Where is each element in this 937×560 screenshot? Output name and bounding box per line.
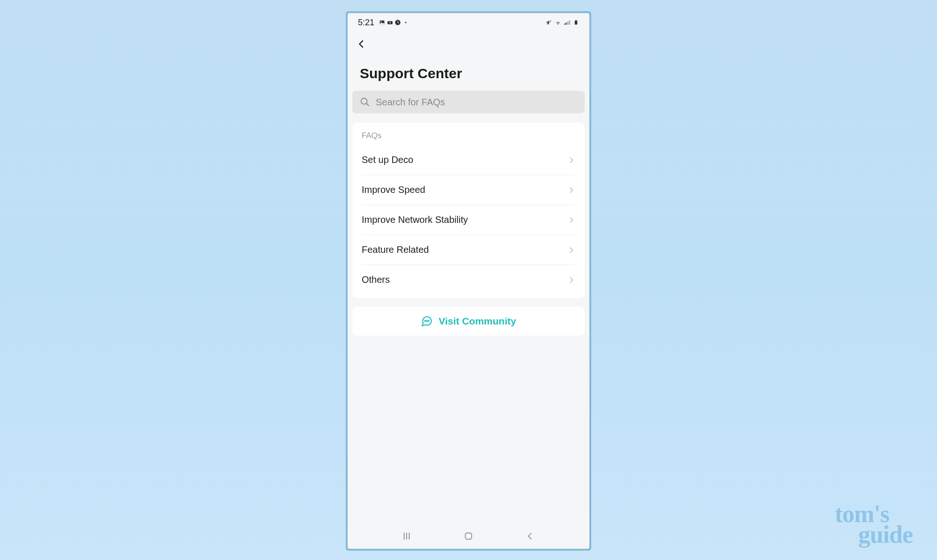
signal-icon <box>564 19 570 26</box>
svg-point-13 <box>428 321 429 322</box>
clock-icon <box>394 19 401 26</box>
chat-bubble-icon <box>421 315 433 327</box>
android-back-button[interactable] <box>521 527 540 545</box>
faq-label: Improve Speed <box>362 184 425 195</box>
status-right <box>546 19 579 26</box>
community-label: Visit Community <box>439 316 516 327</box>
back-button[interactable] <box>355 37 368 51</box>
faq-item-set-up-deco[interactable]: Set up Deco <box>362 145 575 175</box>
android-nav-bar <box>348 523 589 549</box>
status-left: 5:21 N <box>358 18 409 28</box>
wifi-icon <box>555 19 561 26</box>
svg-point-5 <box>405 22 407 23</box>
status-time: 5:21 <box>358 18 374 28</box>
watermark: tom's guide <box>835 504 913 545</box>
notification-badge-icon: N <box>387 19 393 26</box>
search-container[interactable] <box>352 91 585 113</box>
nav-back-container <box>348 30 589 54</box>
page-title: Support Center <box>348 54 589 91</box>
faq-label: Improve Network Stability <box>362 214 468 225</box>
dot-icon <box>402 19 409 26</box>
image-icon <box>379 19 385 26</box>
faq-label: Set up Deco <box>362 155 413 165</box>
visit-community-button[interactable]: Visit Community <box>352 307 585 336</box>
faq-item-improve-network-stability[interactable]: Improve Network Stability <box>362 205 575 235</box>
chevron-right-icon <box>567 246 575 254</box>
phone-screen: 5:21 N <box>348 13 589 549</box>
svg-line-10 <box>366 103 369 106</box>
svg-point-9 <box>361 98 367 104</box>
svg-rect-7 <box>574 21 577 24</box>
svg-text:N: N <box>389 22 390 24</box>
chevron-right-icon <box>567 216 575 224</box>
faq-item-others[interactable]: Others <box>362 265 575 295</box>
faqs-section-label: FAQs <box>352 131 585 145</box>
mute-icon <box>546 19 552 26</box>
battery-icon <box>573 19 579 26</box>
svg-rect-8 <box>575 20 577 21</box>
faq-label: Feature Related <box>362 244 429 255</box>
svg-rect-17 <box>465 533 471 539</box>
svg-point-12 <box>426 321 427 322</box>
faqs-card: FAQs Set up Deco Improve Speed Improve N… <box>352 123 585 298</box>
phone-frame: 5:21 N <box>346 11 591 551</box>
faq-label: Others <box>362 274 390 285</box>
search-input[interactable] <box>376 97 577 108</box>
search-icon <box>360 97 370 107</box>
faq-item-feature-related[interactable]: Feature Related <box>362 235 575 265</box>
faq-item-improve-speed[interactable]: Improve Speed <box>362 175 575 205</box>
recent-apps-button[interactable] <box>397 527 416 545</box>
home-button[interactable] <box>459 527 478 545</box>
chevron-right-icon <box>567 186 575 194</box>
status-bar: 5:21 N <box>348 13 589 30</box>
chevron-right-icon <box>567 156 575 164</box>
svg-point-1 <box>380 21 381 22</box>
status-icons-left: N <box>379 19 409 26</box>
watermark-line2: guide <box>858 524 913 545</box>
svg-point-11 <box>425 321 426 322</box>
chevron-right-icon <box>567 276 575 284</box>
